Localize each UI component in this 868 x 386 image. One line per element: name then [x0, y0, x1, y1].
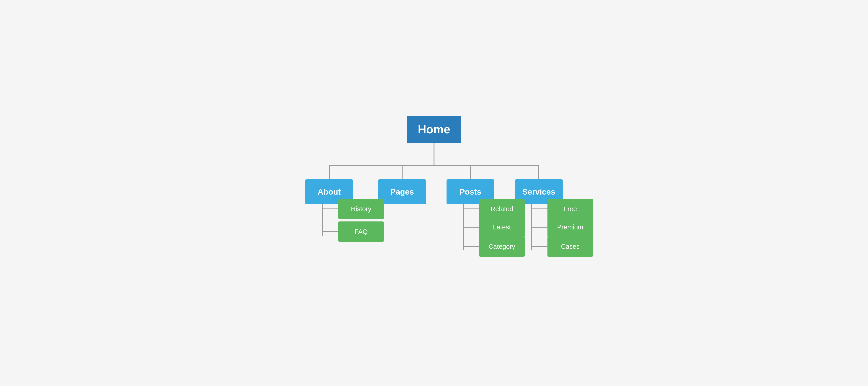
- home-label: Home: [418, 123, 450, 136]
- free-label: Free: [563, 205, 577, 213]
- cases-node: Cases: [548, 236, 593, 257]
- faq-label: FAQ: [354, 228, 368, 236]
- latest-label: Latest: [493, 223, 511, 231]
- services-label: Services: [522, 187, 555, 197]
- home-node: Home: [407, 116, 461, 143]
- pages-node: Pages: [378, 179, 426, 204]
- history-label: History: [351, 205, 371, 213]
- posts-label: Posts: [460, 187, 482, 197]
- related-label: Related: [491, 205, 513, 213]
- pages-label: Pages: [390, 187, 414, 197]
- about-label: About: [318, 187, 341, 197]
- premium-label: Premium: [557, 223, 583, 231]
- related-node: Related: [479, 199, 525, 219]
- cases-label: Cases: [561, 243, 580, 250]
- history-node: History: [338, 199, 384, 219]
- latest-node: Latest: [479, 217, 525, 237]
- faq-node: FAQ: [338, 221, 384, 242]
- category-node: Category: [479, 236, 525, 257]
- free-node: Free: [548, 199, 593, 219]
- category-label: Category: [489, 243, 515, 250]
- premium-node: Premium: [548, 217, 593, 237]
- diagram-container: Home About Pages Posts Services History …: [275, 116, 593, 270]
